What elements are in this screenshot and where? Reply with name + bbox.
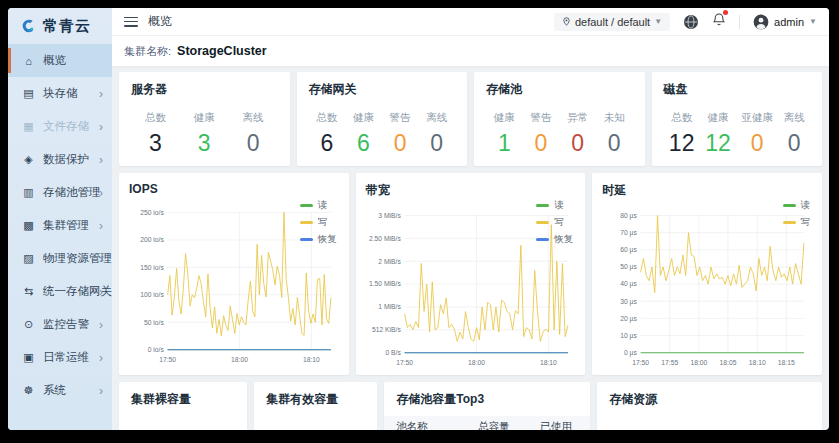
chevron-right-icon: › <box>99 352 103 364</box>
sidebar-item-unified-storage-gateway[interactable]: ⇆统一存储网关› <box>8 275 112 308</box>
chevron-right-icon: › <box>99 154 103 166</box>
legend-label: 读 <box>318 199 328 212</box>
svg-text:60 µs: 60 µs <box>620 246 637 254</box>
stat-card: 磁盘总数12健康12亚健康0离线0 <box>652 72 823 166</box>
menu-collapse-icon[interactable] <box>124 17 138 27</box>
chevron-right-icon: › <box>99 121 103 133</box>
legend-label: 读 <box>801 199 811 212</box>
stat: 警告0 <box>530 111 551 157</box>
chevron-right-icon: › <box>99 187 103 199</box>
svg-text:50 µs: 50 µs <box>620 263 637 271</box>
sidebar-item-daily-operations[interactable]: ▣日常运维› <box>8 341 112 374</box>
svg-text:18:05: 18:05 <box>720 359 737 366</box>
stat-label: 健康 <box>353 111 374 125</box>
storage-resources-card: 存储资源 <box>597 382 822 430</box>
unified-storage-gateway-icon: ⇆ <box>21 285 36 298</box>
legend-item[interactable]: 读 <box>536 199 573 212</box>
brand-logo-icon <box>21 18 37 34</box>
svg-text:70 µs: 70 µs <box>620 229 637 237</box>
avatar-icon <box>753 14 769 30</box>
chevron-right-icon: › <box>99 385 103 397</box>
stat-value: 6 <box>316 130 337 157</box>
legend-item[interactable]: 读 <box>300 199 337 212</box>
cluster-selector[interactable]: default / default ▼ <box>554 13 670 31</box>
location-pin-icon <box>562 16 571 27</box>
monitoring-alerts-icon: ⊙ <box>21 318 36 331</box>
stat: 总数3 <box>145 111 166 157</box>
svg-text:80 µs: 80 µs <box>620 212 637 220</box>
svg-text:18:00: 18:00 <box>468 359 485 366</box>
sidebar-item-storage-pool-mgmt[interactable]: ▥存储池管理› <box>8 176 112 209</box>
stat-label: 异常 <box>567 111 588 125</box>
svg-text:17:50: 17:50 <box>396 359 413 366</box>
legend-swatch <box>300 238 313 241</box>
svg-text:10 µs: 10 µs <box>620 332 637 340</box>
sidebar-item-data-protection[interactable]: ◈数据保护› <box>8 143 112 176</box>
pool-top3-card: 存储池容量Top3 池名称总容量已使用 StoragePool43.7 TiB3… <box>384 382 590 430</box>
stat-value: 0 <box>243 130 264 157</box>
divider <box>739 15 740 29</box>
cluster-selector-value: default / default <box>575 16 650 28</box>
sidebar-item-block-storage[interactable]: ▤块存储› <box>8 77 112 110</box>
sidebar-item-label: 日常运维 <box>43 350 89 365</box>
pool-top3-table: 池名称总容量已使用 StoragePool43.7 TiB3.20 TiB <box>384 416 590 430</box>
legend-swatch <box>783 221 796 224</box>
storage-resources-title: 存储资源 <box>609 391 810 408</box>
legend-label: 写 <box>318 216 328 229</box>
legend-item[interactable]: 读 <box>783 199 811 212</box>
block-storage-icon: ▤ <box>21 87 36 100</box>
sidebar-item-cluster-mgmt[interactable]: ▩集群管理› <box>8 209 112 242</box>
stat-value: 12 <box>669 130 695 157</box>
legend-swatch <box>536 238 549 241</box>
svg-text:1.50 MiB/s: 1.50 MiB/s <box>369 280 402 287</box>
sidebar-item-system[interactable]: ☸系统› <box>8 374 112 407</box>
stat: 异常0 <box>567 111 588 157</box>
chart-plot-latency: 0 µs10 µs20 µs30 µs40 µs50 µs60 µs70 µs8… <box>602 201 812 373</box>
sidebar-item-physical-resource-mgmt[interactable]: ▨物理资源管理› <box>8 242 112 275</box>
chart-card-latency: 时延0 µs10 µs20 µs30 µs40 µs50 µs60 µs70 µ… <box>592 173 822 375</box>
data-protection-icon: ◈ <box>21 153 36 166</box>
legend-label: 读 <box>554 199 564 212</box>
sidebar-item-file-storage[interactable]: ▦文件存储› <box>8 110 112 143</box>
stat-label: 总数 <box>145 111 166 125</box>
sidebar-item-overview[interactable]: ⌂概览 <box>8 44 112 77</box>
stat-value: 3 <box>145 130 166 157</box>
system-icon: ☸ <box>21 384 36 397</box>
user-menu[interactable]: admin ▼ <box>753 14 817 30</box>
svg-text:18:10: 18:10 <box>749 359 766 366</box>
svg-text:0 io/s: 0 io/s <box>148 346 165 353</box>
cluster-name-value: StorageCluster <box>177 44 267 58</box>
legend-item[interactable]: 恢复 <box>536 233 573 246</box>
notifications-button[interactable] <box>712 12 726 31</box>
sidebar-menu: ⌂概览▤块存储›▦文件存储›◈数据保护›▥存储池管理›▩集群管理›▨物理资源管理… <box>8 44 112 407</box>
chart-card-iops: IOPS0 io/s50 io/s100 io/s150 io/s200 io/… <box>119 173 349 375</box>
svg-text:512 KiB/s: 512 KiB/s <box>372 326 402 333</box>
stat: 健康6 <box>353 111 374 157</box>
stat: 离线0 <box>243 111 264 157</box>
globe-icon[interactable] <box>683 14 699 30</box>
sidebar-item-monitoring-alerts[interactable]: ⊙监控告警› <box>8 308 112 341</box>
legend-item[interactable]: 写 <box>300 216 337 229</box>
stat-value: 0 <box>784 130 805 157</box>
svg-text:18:00: 18:00 <box>691 359 708 366</box>
chart-title: 带宽 <box>366 182 576 199</box>
sidebar-item-label: 存储池管理 <box>43 185 101 200</box>
stat: 离线0 <box>426 111 447 157</box>
svg-text:3 MiB/s: 3 MiB/s <box>378 212 401 219</box>
stat-label: 总数 <box>316 111 337 125</box>
svg-text:40 µs: 40 µs <box>620 280 637 288</box>
svg-text:200 io/s: 200 io/s <box>140 236 164 243</box>
sidebar-item-label: 数据保护 <box>43 152 89 167</box>
legend-item[interactable]: 写 <box>783 216 811 229</box>
svg-text:1 MiB/s: 1 MiB/s <box>378 303 401 310</box>
legend-item[interactable]: 写 <box>536 216 573 229</box>
svg-text:30 µs: 30 µs <box>620 298 637 306</box>
legend-item[interactable]: 恢复 <box>300 233 337 246</box>
legend-label: 恢复 <box>318 233 337 246</box>
stat: 健康3 <box>194 111 215 157</box>
stat-label: 警告 <box>530 111 551 125</box>
svg-text:50 io/s: 50 io/s <box>144 319 165 326</box>
file-storage-icon: ▦ <box>21 120 36 133</box>
notification-badge <box>723 10 728 15</box>
stat-label: 总数 <box>669 111 695 125</box>
